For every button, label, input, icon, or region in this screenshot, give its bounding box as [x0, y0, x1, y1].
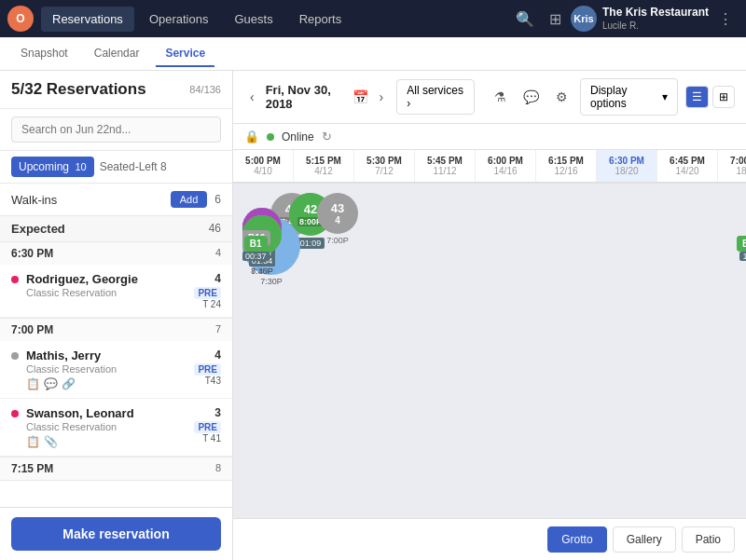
clipboard-icon: 📋	[26, 435, 40, 448]
guest-name: Mathis, Jerry	[26, 348, 186, 362]
reservation-type: Classic Reservation	[26, 421, 186, 432]
lock-icon: 🔒	[244, 130, 259, 143]
right-panel: ‹ Fri, Nov 30, 2018 📅 › All services › ⚗…	[233, 71, 746, 560]
more-options-icon[interactable]: ⋮	[712, 5, 739, 34]
chat-icon[interactable]: 💬	[518, 88, 544, 106]
time-group-700: 7:00 PM 7 Mathis, Jerry Classic Reservat…	[0, 319, 232, 458]
filter-tabs: Upcoming 10 Seated-Left 8	[0, 151, 232, 184]
sub-tab-snapshot[interactable]: Snapshot	[11, 41, 77, 67]
search-box	[0, 109, 232, 151]
walkins-count: 6	[214, 193, 221, 206]
time-count: 7	[215, 323, 221, 336]
time-count: 4	[215, 247, 221, 260]
attachment-icon: 📎	[44, 435, 58, 448]
notifications-icon[interactable]: ⊞	[544, 5, 567, 34]
nav-tab-operations[interactable]: Operations	[138, 7, 220, 32]
prev-date-button[interactable]: ‹	[244, 88, 260, 106]
time-slot: 6:00 PM14/16	[476, 150, 536, 182]
time-label: 7:15 PM	[11, 462, 53, 475]
clipboard-icon: 📋	[26, 377, 40, 390]
time-slot: 6:45 PM14/20	[657, 150, 718, 182]
timeline-header-container: 5:00 PM4/10 5:15 PM4/12 5:30 PM7/12 5:45…	[233, 150, 746, 184]
app-logo[interactable]: O	[7, 6, 34, 32]
display-options-button[interactable]: Display options ▾	[580, 78, 678, 116]
reservation-item[interactable]: Mathis, Jerry Classic Reservation 📋 💬 🔗 …	[0, 341, 232, 399]
grid-view-button[interactable]: ⊞	[712, 86, 735, 108]
time-label: 6:30 PM	[11, 247, 53, 260]
reservations-total: 84/136	[189, 84, 221, 95]
chevron-down-icon: ▾	[662, 90, 668, 103]
search-input[interactable]	[11, 116, 221, 143]
time-slot: 6:15 PM12/16	[536, 150, 597, 182]
time-count: 8	[215, 462, 221, 475]
expected-header: Expected 46	[0, 216, 232, 242]
filter-icon[interactable]: ⚗	[490, 88, 511, 106]
sub-tab-calendar[interactable]: Calendar	[85, 41, 149, 67]
upcoming-tab[interactable]: Upcoming 10	[11, 157, 94, 177]
grotto-room-button[interactable]: Grotto	[547, 526, 606, 553]
nav-tab-guests[interactable]: Guests	[223, 7, 283, 32]
time-label: 7:00 PM	[11, 323, 53, 336]
guest-name: Swanson, Leonard	[26, 406, 186, 420]
time-slot: 5:15 PM4/12	[294, 150, 354, 182]
gallery-room-button[interactable]: Gallery	[613, 526, 676, 553]
time-slot: 5:30 PM7/12	[354, 150, 415, 182]
current-date: Fri, Nov 30, 2018	[266, 83, 347, 111]
sub-tab-service[interactable]: Service	[156, 41, 214, 67]
table-B1[interactable]: B1 00:37	[242, 236, 269, 261]
reservations-count: 5/32 Reservations	[11, 80, 146, 99]
calendar-icon[interactable]: 📅	[352, 89, 368, 104]
online-indicator	[267, 133, 274, 141]
table-B12[interactable]: B12 1:06	[737, 236, 746, 261]
refresh-icon[interactable]: ↻	[322, 130, 332, 143]
pre-tag: PRE	[194, 421, 221, 433]
guest-count: 4	[194, 272, 221, 285]
expected-count: 46	[209, 222, 221, 236]
avatar: Kris	[571, 6, 597, 32]
settings-icon[interactable]: ⚙	[551, 88, 573, 106]
reservation-item[interactable]: Rodriguez, Georgie Classic Reservation 4…	[0, 265, 232, 318]
restaurant-name: The Kris Restaurant	[602, 6, 709, 20]
service-selector[interactable]: All services ›	[396, 79, 475, 115]
list-view-button[interactable]: ☰	[685, 86, 709, 108]
left-sidebar: 5/32 Reservations 84/136 Upcoming 10 Sea…	[0, 71, 233, 560]
user-info: Kris The Kris Restaurant Lucile R.	[571, 6, 709, 33]
time-slot: 7:00 PM18/24	[718, 150, 746, 182]
lock-status-bar: 🔒 Online ↻	[233, 124, 746, 150]
time-header-630: 6:30 PM 4	[0, 242, 232, 265]
chat-icon: 💬	[44, 377, 58, 390]
time-slot-active: 6:30 PM18/20	[597, 150, 657, 182]
nav-tab-reports[interactable]: Reports	[288, 7, 353, 32]
expected-label: Expected	[11, 222, 65, 236]
sidebar-header: 5/32 Reservations 84/136	[0, 71, 232, 109]
nav-tab-reservations[interactable]: Reservations	[41, 7, 134, 32]
seated-left-tab[interactable]: Seated-Left 8	[100, 160, 167, 173]
table-number: T 24	[194, 299, 221, 309]
patio-room-button[interactable]: Patio	[682, 526, 735, 553]
next-date-button[interactable]: ›	[374, 88, 390, 106]
time-header-700: 7:00 PM 7	[0, 319, 232, 341]
table-43[interactable]: 43 4 7:00P	[317, 193, 358, 245]
pre-tag: PRE	[194, 363, 221, 376]
user-sub-name: Lucile R.	[602, 20, 709, 32]
add-walkin-button[interactable]: Add	[171, 191, 208, 208]
reservation-item[interactable]: Swanson, Leonard Classic Reservation 📋 📎…	[0, 399, 232, 457]
table-number: T 41	[194, 433, 221, 444]
make-reservation-section: Make reservation	[0, 507, 232, 560]
link-icon: 🔗	[62, 377, 76, 390]
sidebar-scroll: Expected 46 6:30 PM 4 Rodriguez, Georgie…	[0, 216, 232, 507]
top-navigation: O Reservations Operations Guests Reports…	[0, 0, 746, 37]
walkins-row: Walk-ins Add 6	[0, 184, 232, 216]
main-content: 5/32 Reservations 84/136 Upcoming 10 Sea…	[0, 71, 746, 560]
search-icon[interactable]: 🔍	[510, 5, 540, 34]
status-dot	[11, 410, 19, 417]
view-toggle: ☰ ⊞	[685, 86, 735, 108]
status-dot	[11, 352, 19, 360]
reservation-type: Classic Reservation	[26, 363, 186, 375]
make-reservation-button[interactable]: Make reservation	[11, 517, 221, 551]
sub-navigation: Snapshot Calendar Service	[0, 37, 746, 71]
timeline-header: 5:00 PM4/10 5:15 PM4/12 5:30 PM7/12 5:45…	[233, 150, 746, 183]
right-toolbar: ‹ Fri, Nov 30, 2018 📅 › All services › ⚗…	[233, 71, 746, 124]
bottom-bar: Grotto Gallery Patio	[233, 518, 746, 560]
guest-count: 4	[194, 348, 221, 362]
